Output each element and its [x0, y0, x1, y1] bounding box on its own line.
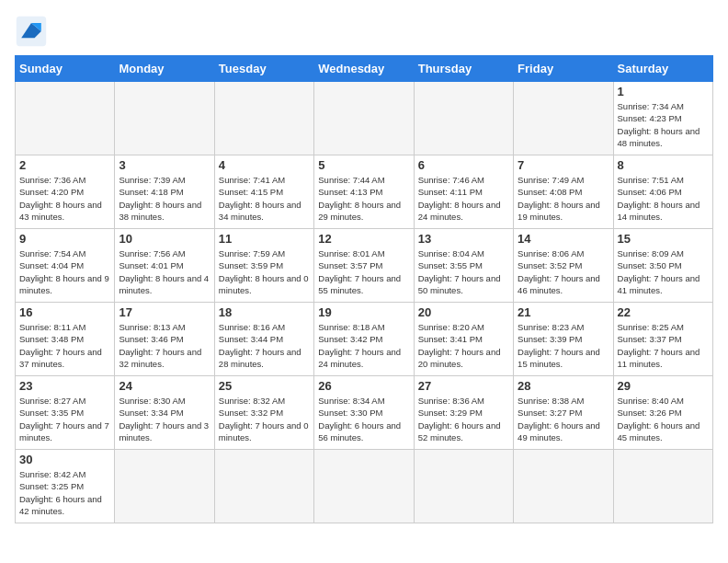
sun-info: Sunrise: 7:51 AMSunset: 4:06 PMDaylight:…: [618, 174, 709, 223]
sun-info: Sunrise: 8:13 AMSunset: 3:46 PMDaylight:…: [119, 321, 210, 370]
sun-info: Sunrise: 8:11 AMSunset: 3:48 PMDaylight:…: [19, 321, 110, 370]
day-number: 6: [418, 158, 509, 172]
sun-info: Sunrise: 7:46 AMSunset: 4:11 PMDaylight:…: [418, 174, 509, 223]
calendar-cell: [115, 82, 214, 155]
sun-info: Sunrise: 8:06 AMSunset: 3:52 PMDaylight:…: [518, 247, 609, 296]
sun-info: Sunrise: 7:54 AMSunset: 4:04 PMDaylight:…: [19, 247, 110, 296]
day-number: 1: [618, 85, 709, 98]
day-number: 3: [119, 158, 210, 172]
sun-info: Sunrise: 8:32 AMSunset: 3:32 PMDaylight:…: [219, 395, 310, 443]
calendar-week-row: 2Sunrise: 7:36 AMSunset: 4:20 PMDaylight…: [16, 155, 713, 229]
weekday-header: Sunday: [16, 56, 115, 82]
sun-info: Sunrise: 7:39 AMSunset: 4:18 PMDaylight:…: [119, 174, 210, 223]
calendar-header-row: SundayMondayTuesdayWednesdayThursdayFrid…: [16, 56, 713, 82]
day-number: 22: [618, 305, 709, 319]
sun-info: Sunrise: 8:34 AMSunset: 3:30 PMDaylight:…: [318, 395, 409, 443]
calendar-table: SundayMondayTuesdayWednesdayThursdayFrid…: [15, 55, 713, 523]
calendar-cell: 8Sunrise: 7:51 AMSunset: 4:06 PMDaylight…: [613, 155, 712, 229]
calendar-cell: 21Sunrise: 8:23 AMSunset: 3:39 PMDayligh…: [514, 303, 613, 376]
sun-info: Sunrise: 7:41 AMSunset: 4:15 PMDaylight:…: [219, 174, 310, 223]
calendar-cell: 16Sunrise: 8:11 AMSunset: 3:48 PMDayligh…: [16, 303, 115, 376]
weekday-header: Monday: [115, 56, 214, 82]
calendar-cell: 1Sunrise: 7:34 AMSunset: 4:23 PMDaylight…: [613, 82, 712, 155]
sun-info: Sunrise: 8:40 AMSunset: 3:26 PMDaylight:…: [618, 395, 709, 443]
calendar-cell: 30Sunrise: 8:42 AMSunset: 3:25 PMDayligh…: [16, 450, 115, 523]
day-number: 23: [19, 379, 110, 393]
day-number: 18: [219, 305, 310, 319]
sun-info: Sunrise: 7:49 AMSunset: 4:08 PMDaylight:…: [518, 174, 609, 223]
sun-info: Sunrise: 8:27 AMSunset: 3:35 PMDaylight:…: [19, 395, 110, 443]
calendar-week-row: 16Sunrise: 8:11 AMSunset: 3:48 PMDayligh…: [16, 303, 713, 376]
day-number: 19: [318, 305, 409, 319]
day-number: 26: [318, 379, 409, 393]
calendar-cell: 4Sunrise: 7:41 AMSunset: 4:15 PMDaylight…: [214, 155, 313, 229]
calendar-cell: [414, 82, 513, 155]
calendar-cell: [613, 450, 712, 523]
calendar-cell: 11Sunrise: 7:59 AMSunset: 3:59 PMDayligh…: [214, 229, 313, 303]
day-number: 29: [618, 379, 709, 393]
calendar-cell: [214, 82, 313, 155]
day-number: 17: [119, 305, 210, 319]
calendar-week-row: 9Sunrise: 7:54 AMSunset: 4:04 PMDaylight…: [16, 229, 713, 303]
day-number: 15: [618, 232, 709, 246]
weekday-header: Saturday: [613, 56, 712, 82]
day-number: 13: [418, 232, 509, 246]
calendar-cell: 23Sunrise: 8:27 AMSunset: 3:35 PMDayligh…: [16, 376, 115, 450]
weekday-header: Thursday: [414, 56, 513, 82]
day-number: 2: [19, 158, 110, 172]
calendar-cell: [314, 82, 414, 155]
calendar-week-row: 30Sunrise: 8:42 AMSunset: 3:25 PMDayligh…: [16, 450, 713, 523]
sun-info: Sunrise: 8:23 AMSunset: 3:39 PMDaylight:…: [518, 321, 609, 370]
calendar-cell: 12Sunrise: 8:01 AMSunset: 3:57 PMDayligh…: [314, 229, 414, 303]
day-number: 20: [418, 305, 509, 319]
day-number: 8: [618, 158, 709, 172]
calendar-cell: 18Sunrise: 8:16 AMSunset: 3:44 PMDayligh…: [214, 303, 313, 376]
day-number: 11: [219, 232, 310, 246]
sun-info: Sunrise: 8:09 AMSunset: 3:50 PMDaylight:…: [618, 247, 709, 296]
calendar-cell: 14Sunrise: 8:06 AMSunset: 3:52 PMDayligh…: [514, 229, 613, 303]
calendar-cell: 19Sunrise: 8:18 AMSunset: 3:42 PMDayligh…: [314, 303, 414, 376]
calendar-cell: 24Sunrise: 8:30 AMSunset: 3:34 PMDayligh…: [115, 376, 214, 450]
weekday-header: Wednesday: [314, 56, 414, 82]
calendar-cell: 10Sunrise: 7:56 AMSunset: 4:01 PMDayligh…: [115, 229, 214, 303]
calendar-cell: [214, 450, 313, 523]
day-number: 21: [518, 305, 609, 319]
logo: [15, 15, 51, 48]
calendar-cell: [16, 82, 115, 155]
sun-info: Sunrise: 8:36 AMSunset: 3:29 PMDaylight:…: [418, 395, 509, 443]
sun-info: Sunrise: 8:30 AMSunset: 3:34 PMDaylight:…: [119, 395, 210, 443]
calendar-cell: 2Sunrise: 7:36 AMSunset: 4:20 PMDaylight…: [16, 155, 115, 229]
logo-icon: [15, 15, 48, 48]
weekday-header: Tuesday: [214, 56, 313, 82]
calendar-cell: 3Sunrise: 7:39 AMSunset: 4:18 PMDaylight…: [115, 155, 214, 229]
calendar-cell: [314, 450, 414, 523]
calendar-cell: 13Sunrise: 8:04 AMSunset: 3:55 PMDayligh…: [414, 229, 513, 303]
calendar-cell: 20Sunrise: 8:20 AMSunset: 3:41 PMDayligh…: [414, 303, 513, 376]
page-header: [15, 15, 713, 48]
day-number: 4: [219, 158, 310, 172]
sun-info: Sunrise: 8:20 AMSunset: 3:41 PMDaylight:…: [418, 321, 509, 370]
calendar-cell: 28Sunrise: 8:38 AMSunset: 3:27 PMDayligh…: [514, 376, 613, 450]
calendar-cell: [414, 450, 513, 523]
sun-info: Sunrise: 7:56 AMSunset: 4:01 PMDaylight:…: [119, 247, 210, 296]
day-number: 10: [119, 232, 210, 246]
calendar-cell: 17Sunrise: 8:13 AMSunset: 3:46 PMDayligh…: [115, 303, 214, 376]
calendar-cell: 29Sunrise: 8:40 AMSunset: 3:26 PMDayligh…: [613, 376, 712, 450]
calendar-cell: 25Sunrise: 8:32 AMSunset: 3:32 PMDayligh…: [214, 376, 313, 450]
day-number: 27: [418, 379, 509, 393]
calendar-week-row: 1Sunrise: 7:34 AMSunset: 4:23 PMDaylight…: [16, 82, 713, 155]
calendar-cell: 22Sunrise: 8:25 AMSunset: 3:37 PMDayligh…: [613, 303, 712, 376]
sun-info: Sunrise: 8:04 AMSunset: 3:55 PMDaylight:…: [418, 247, 509, 296]
sun-info: Sunrise: 8:16 AMSunset: 3:44 PMDaylight:…: [219, 321, 310, 370]
calendar-cell: [115, 450, 214, 523]
calendar-cell: 7Sunrise: 7:49 AMSunset: 4:08 PMDaylight…: [514, 155, 613, 229]
sun-info: Sunrise: 8:25 AMSunset: 3:37 PMDaylight:…: [618, 321, 709, 370]
day-number: 28: [518, 379, 609, 393]
calendar-cell: 9Sunrise: 7:54 AMSunset: 4:04 PMDaylight…: [16, 229, 115, 303]
day-number: 14: [518, 232, 609, 246]
day-number: 24: [119, 379, 210, 393]
sun-info: Sunrise: 7:44 AMSunset: 4:13 PMDaylight:…: [318, 174, 409, 223]
sun-info: Sunrise: 8:42 AMSunset: 3:25 PMDaylight:…: [19, 468, 110, 517]
day-number: 9: [19, 232, 110, 246]
calendar-cell: [514, 450, 613, 523]
